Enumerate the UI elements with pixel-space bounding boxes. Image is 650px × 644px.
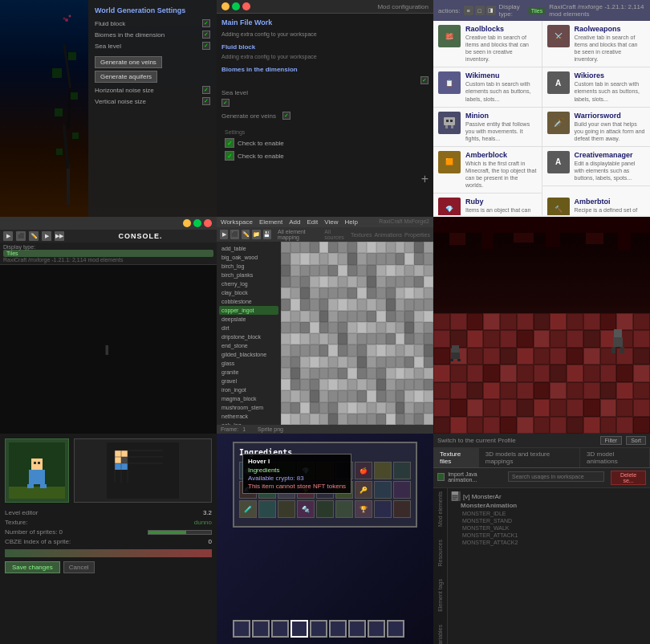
check-1[interactable]: ✓ bbox=[225, 138, 234, 148]
save-changes-btn[interactable]: Save changes bbox=[5, 561, 60, 573]
import-java-checkbox[interactable] bbox=[437, 473, 445, 481]
mod-item-ruby[interactable]: 💎 Ruby Items is an object that can be us… bbox=[433, 194, 542, 215]
inv-slot-26[interactable] bbox=[393, 500, 411, 518]
tex-item-9[interactable]: deepslate bbox=[219, 315, 278, 324]
tex-item-3[interactable]: birch_log bbox=[219, 262, 278, 271]
tex-item-5[interactable]: cherry_log bbox=[219, 279, 278, 288]
action-slot-8[interactable] bbox=[387, 620, 404, 638]
tab-3d-models[interactable]: 3D models and texture mappings bbox=[479, 448, 580, 467]
inv-slot-16[interactable] bbox=[374, 481, 392, 499]
delete-btn[interactable]: Delete se... bbox=[611, 471, 646, 485]
action-slot-3[interactable] bbox=[290, 620, 308, 638]
vtab-variables[interactable]: Variables bbox=[437, 625, 443, 644]
menu-edit[interactable]: Edit bbox=[307, 218, 318, 226]
tex-item-8[interactable]: copper_ingot bbox=[219, 306, 278, 315]
cw-icon-2[interactable]: ⬛ bbox=[16, 231, 26, 241]
tex-tool-1[interactable]: ▶ bbox=[220, 230, 228, 239]
action-slot-2[interactable] bbox=[271, 620, 289, 638]
inv-slot-8[interactable] bbox=[393, 462, 411, 479]
action-slot-0[interactable] bbox=[233, 620, 250, 638]
vtab-mod-elements[interactable]: Mod elements bbox=[437, 491, 443, 527]
inv-slot-24[interactable]: 🏆 bbox=[355, 500, 372, 518]
inv-slot-20[interactable] bbox=[278, 500, 295, 518]
maximize-btn[interactable] bbox=[232, 2, 240, 10]
close-btn[interactable] bbox=[242, 2, 250, 10]
cw-icon-5[interactable]: ▶▶ bbox=[55, 231, 64, 241]
mod-item-wikimenu[interactable]: 📋 Wikimenu Custom tab in search with ele… bbox=[433, 67, 542, 107]
action-slot-1[interactable] bbox=[252, 620, 270, 638]
inv-slot-22[interactable] bbox=[316, 500, 334, 518]
biomes-toggle[interactable]: ✓ bbox=[420, 76, 429, 84]
generate-ore-veins-btn[interactable]: Generate one veins bbox=[95, 56, 162, 68]
cw-icon-4[interactable]: ▶ bbox=[42, 231, 51, 241]
tex-item-1[interactable]: add_table bbox=[219, 244, 278, 253]
anim-stand[interactable]: MONSTER_STAND bbox=[461, 517, 647, 524]
mod-item-raolweapons[interactable]: ⚔️ Raolweapons Creative tab in search of… bbox=[542, 21, 651, 67]
vtab-element-tags[interactable]: Element tags bbox=[437, 579, 443, 612]
tex-tab-textures[interactable]: Textures bbox=[351, 232, 372, 238]
tex-tool-4[interactable]: 📁 bbox=[252, 230, 260, 239]
menu-view[interactable]: View bbox=[324, 218, 338, 226]
tex-item-12[interactable]: end_stone bbox=[219, 341, 278, 350]
tex-tab-mapping[interactable]: All element mapping bbox=[278, 229, 322, 240]
tex-canvas[interactable]: // Generate pixel colors for stone textu… bbox=[281, 242, 433, 425]
inv-slot-21[interactable]: 🔩 bbox=[297, 500, 315, 518]
tex-tool-3[interactable]: ✏️ bbox=[242, 230, 250, 239]
tex-item-20[interactable]: netherrack bbox=[219, 412, 278, 421]
tex-item-14[interactable]: glass bbox=[219, 359, 278, 368]
action-icon-1[interactable]: ≡ bbox=[464, 6, 473, 15]
tex-tool-5[interactable]: 💾 bbox=[263, 230, 271, 239]
inv-slot-15[interactable]: 🔑 bbox=[355, 481, 372, 499]
mod-item-amberblock[interactable]: 🟧 Amberblock Which is the first craft in… bbox=[433, 147, 542, 194]
tex-item-7[interactable]: cobblestone bbox=[219, 297, 278, 306]
wg-hnoise-checkbox[interactable]: ✓ bbox=[202, 86, 210, 94]
mod-item-creativemanager[interactable]: A Creativemanager Edit a displaytable pa… bbox=[542, 147, 651, 186]
action-slot-7[interactable] bbox=[368, 620, 385, 638]
check-2[interactable]: ✓ bbox=[225, 151, 234, 161]
sea-level-toggle[interactable]: ✓ bbox=[221, 99, 230, 107]
anim-idle[interactable]: MONSTER_IDLE bbox=[461, 510, 647, 517]
action-icon-3[interactable]: ◨ bbox=[486, 6, 496, 15]
tex-item-18[interactable]: magma_block bbox=[219, 394, 278, 403]
tex-item-16[interactable]: gravel bbox=[219, 377, 278, 385]
menu-add[interactable]: Add bbox=[289, 218, 300, 226]
tex-tab-sources[interactable]: All sources bbox=[324, 229, 348, 240]
inv-slot-23[interactable] bbox=[335, 500, 353, 518]
menu-workspace[interactable]: Workspace bbox=[221, 218, 253, 226]
tex-item-13[interactable]: gilded_blackstone bbox=[219, 350, 278, 359]
menu-help[interactable]: Help bbox=[344, 218, 357, 226]
inv-slot-6[interactable]: 🍎 bbox=[355, 462, 372, 479]
inv-slot-17[interactable] bbox=[393, 481, 411, 499]
inv-slot-7[interactable] bbox=[374, 462, 392, 479]
cw-icon-1[interactable]: ▶ bbox=[3, 231, 13, 241]
inv-slot-19[interactable] bbox=[258, 500, 276, 518]
tex-item-2[interactable]: big_oak_wood bbox=[219, 253, 278, 262]
tex-item-11[interactable]: dripstone_block bbox=[219, 332, 278, 341]
minimize-btn[interactable] bbox=[221, 2, 230, 10]
cw-max-btn[interactable] bbox=[193, 219, 201, 227]
mod-item-raolblocks[interactable]: 🧱 Raolblocks Creative tab in search of i… bbox=[433, 21, 542, 67]
tex-item-15[interactable]: granite bbox=[219, 368, 278, 377]
anim-attack1[interactable]: MONSTER_ATTACK1 bbox=[461, 532, 647, 539]
cancel-btn[interactable]: Cancel bbox=[63, 561, 95, 573]
generate-aquifers-btn[interactable]: Generate aquifers bbox=[95, 71, 157, 83]
sort-btn[interactable]: Sort bbox=[626, 436, 646, 445]
mod-item-amberbtoi[interactable]: 🔨 Amberbtoi Recipe is a defined set of e… bbox=[542, 194, 651, 215]
wg-fluid-checkbox[interactable]: ✓ bbox=[202, 19, 210, 27]
tex-tab-animations[interactable]: Animations bbox=[374, 232, 402, 238]
filter-btn[interactable]: Filter bbox=[600, 436, 623, 445]
tex-item-17[interactable]: iron_ingot bbox=[219, 385, 278, 394]
action-icon-2[interactable]: □ bbox=[475, 6, 485, 15]
sprite-texture-value[interactable]: dunno bbox=[194, 519, 212, 526]
tex-item-6[interactable]: clay_block bbox=[219, 288, 278, 297]
cw-icon-3[interactable]: ✏️ bbox=[29, 231, 39, 241]
anim-walk[interactable]: MONSTER_WALK bbox=[461, 524, 647, 532]
tab-3d-anim[interactable]: 3D model animations bbox=[580, 448, 650, 467]
sprite-canvas[interactable] bbox=[74, 438, 212, 503]
wg-sea-checkbox[interactable]: ✓ bbox=[202, 42, 210, 50]
inv-slot-18[interactable]: 🧪 bbox=[239, 500, 257, 518]
action-slot-6[interactable] bbox=[348, 620, 366, 638]
search-usages-input[interactable] bbox=[508, 471, 604, 482]
action-slot-4[interactable] bbox=[310, 620, 327, 638]
mod-item-wikiores[interactable]: A Wikiores Custom tab in search with ele… bbox=[542, 67, 651, 107]
